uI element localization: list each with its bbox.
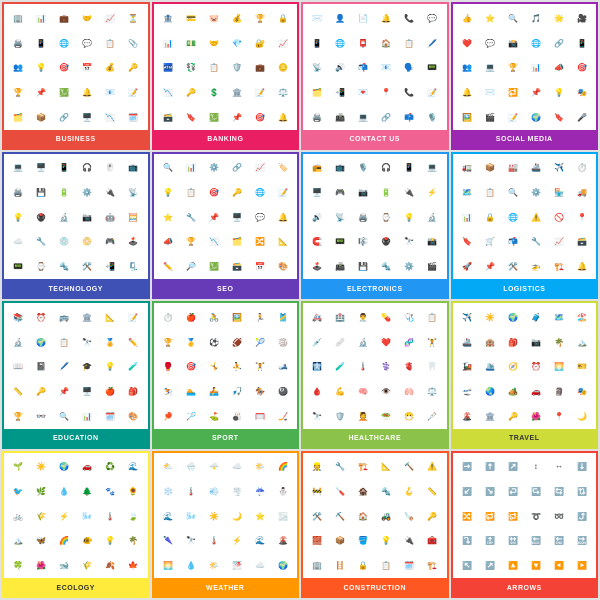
label-logistics: LOGISTICS (453, 279, 597, 297)
icon-cell: 📌 (203, 206, 225, 230)
icon-cell: 🏆 (502, 56, 524, 80)
label-education: EDUCATION (4, 429, 148, 447)
icon-cell: 🔔 (571, 255, 593, 279)
icon-cell: 🌊 (157, 505, 179, 529)
icon-cell: 🏭 (502, 157, 524, 181)
icon-cell: 📉 (157, 81, 179, 105)
icon-cell: 🕹️ (306, 255, 328, 279)
icon-cell: 🔗 (375, 106, 397, 130)
icon-cell: 🔒 (479, 206, 501, 230)
label-sport: SPORT (154, 429, 298, 447)
icon-cell: 🔩 (375, 255, 397, 279)
icon-cell: 📝 (421, 81, 443, 105)
icon-cell: 🎓 (76, 355, 98, 379)
icon-cell: 👥 (456, 56, 478, 80)
icon-cell: 💊 (375, 306, 397, 330)
icon-cell: 🐋 (53, 554, 75, 578)
icon-cell: 🏅 (99, 331, 121, 355)
icon-cell: 📋 (99, 32, 121, 56)
icon-cell: 📡 (306, 56, 328, 80)
icon-cell: 🔑 (122, 56, 144, 80)
icon-cell: 📉 (99, 106, 121, 130)
icon-cell: 🗓️ (99, 405, 121, 429)
icon-cell: 🔁 (479, 505, 501, 529)
icon-cell: 🔒 (352, 554, 374, 578)
card-weather: ⛅🌧️🌩️☁️🌤️🌈❄️🌡️💨🌪️☔⛄🌊🌬️☀️🌙⭐🌫️🌂🔭🌡️⚡🌊🌋🌅💧🌤️🌁… (152, 451, 300, 599)
icon-cell: 📬 (502, 231, 524, 255)
icon-cell: 📦 (30, 106, 52, 130)
icon-cell: 🔝 (479, 530, 501, 554)
icon-cell: 🌬️ (180, 505, 202, 529)
icon-cell: 🏆 (180, 231, 202, 255)
icon-cell: 🖨️ (7, 181, 29, 205)
icon-cell: 🏛️ (76, 306, 98, 330)
icon-cell: 🔌 (99, 181, 121, 205)
icon-cell: ⭐ (249, 505, 271, 529)
icon-cell: 🏦 (157, 7, 179, 31)
icon-cell: ⌚ (30, 255, 52, 279)
icons-area-education: 📚⏰🚌🏛️📐📝🔬🌍📋🔭🏅✏️📖📓🖊️🎓💡🧪📏🔑📌🖥️🍎🎒🏆👓🔍📊🗓️🎨 (4, 303, 148, 429)
icon-cell: ⚠️ (421, 456, 443, 480)
icon-cell: 🏆 (7, 81, 29, 105)
icon-cell: 🌐 (525, 32, 547, 56)
icon-cell: 🎙️ (352, 157, 374, 181)
icon-cell: ▶️ (571, 554, 593, 578)
label-healthcare: HEALTHCARE (303, 429, 447, 447)
icon-grid: 🏢📊💼🤝📈⏳🖨️📱🌐💬📋📎👥💡🎯📅💰🔑🏆📌💹🔔📧📝🗂️📦🔗🖥️📉🗓️BUSINE… (0, 0, 600, 600)
icon-cell: 🎧 (76, 157, 98, 181)
icon-cell: 🔀 (456, 505, 478, 529)
icon-cell: 🏃 (249, 306, 271, 330)
icon-cell: ⚙️ (398, 255, 420, 279)
icon-cell: ✈️ (548, 157, 570, 181)
icon-cell: 🔩 (53, 255, 75, 279)
icon-cell: 🚗 (525, 380, 547, 404)
icon-cell: 🧪 (122, 355, 144, 379)
icon-cell: 🗓️ (122, 106, 144, 130)
icon-cell: 💲 (203, 81, 225, 105)
icon-cell: 🔍 (157, 157, 179, 181)
icon-cell: 📡 (122, 181, 144, 205)
icon-cell: 👁️ (375, 380, 397, 404)
icon-cell: ⏳ (122, 7, 144, 31)
icon-cell: 🔧 (180, 206, 202, 230)
icon-cell: 🔼 (502, 554, 524, 578)
icon-cell: 😷 (398, 405, 420, 429)
icon-cell: 🔩 (375, 480, 397, 504)
icons-area-weather: ⛅🌧️🌩️☁️🌤️🌈❄️🌡️💨🌪️☔⛄🌊🌬️☀️🌙⭐🌫️🌂🔭🌡️⚡🌊🌋🌅💧🌤️🌁… (154, 453, 298, 579)
icon-cell: 🎣 (226, 380, 248, 404)
icon-cell: 📋 (53, 331, 75, 355)
icon-cell: 🗂️ (226, 231, 248, 255)
icon-cell: 🎯 (571, 56, 593, 80)
icon-cell: 🔄 (548, 480, 570, 504)
icon-cell: 📏 (7, 380, 29, 404)
icon-cell: 🧰 (421, 530, 443, 554)
icon-cell: 👥 (7, 56, 29, 80)
icon-cell: ↙️ (456, 480, 478, 504)
icon-cell: 📧 (99, 81, 121, 105)
icon-cell: 🖥️ (76, 380, 98, 404)
icon-cell: 🔋 (53, 181, 75, 205)
icon-cell: 🤸 (203, 355, 225, 379)
icon-cell: 📌 (226, 106, 248, 130)
icon-cell: 🌤️ (249, 456, 271, 480)
icon-cell: 🚑 (306, 306, 328, 330)
icon-cell: 💹 (53, 81, 75, 105)
icon-cell: 🔬 (352, 331, 374, 355)
icon-cell: 🖲️ (30, 206, 52, 230)
icon-cell: 📸 (502, 32, 524, 56)
icon-cell: 🎽 (272, 306, 294, 330)
icon-cell: ☀️ (479, 306, 501, 330)
icon-cell: 🐦 (7, 480, 29, 504)
icons-area-business: 🏢📊💼🤝📈⏳🖨️📱🌐💬📋📎👥💡🎯📅💰🔑🏆📌💹🔔📧📝🗂️📦🔗🖥️📉🗓️ (4, 4, 148, 130)
icon-cell: 🌫️ (272, 505, 294, 529)
icon-cell: 💱 (180, 56, 202, 80)
icon-cell: ✏️ (122, 331, 144, 355)
icon-cell: 🏠 (375, 32, 397, 56)
icon-cell: 🎬 (479, 106, 501, 130)
icon-cell: 📝 (122, 306, 144, 330)
icon-cell: 🖱️ (99, 157, 121, 181)
icon-cell: 🔬 (53, 206, 75, 230)
icon-cell: 💧 (53, 480, 75, 504)
label-banking: BANKING (154, 130, 298, 148)
icon-cell: 🖼️ (456, 106, 478, 130)
